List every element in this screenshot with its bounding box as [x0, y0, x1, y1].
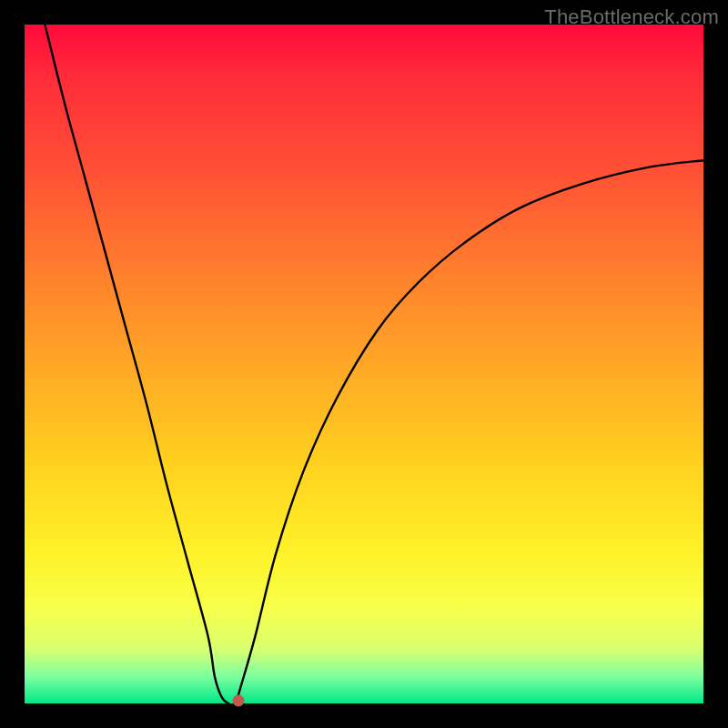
- chart-plot-area: [25, 25, 703, 703]
- bottleneck-curve: [45, 25, 703, 705]
- watermark-text: TheBottleneck.com: [544, 5, 719, 29]
- chart-frame: TheBottleneck.com: [0, 0, 728, 728]
- chart-curve-svg: [25, 25, 703, 703]
- optimal-point-marker: [232, 695, 244, 707]
